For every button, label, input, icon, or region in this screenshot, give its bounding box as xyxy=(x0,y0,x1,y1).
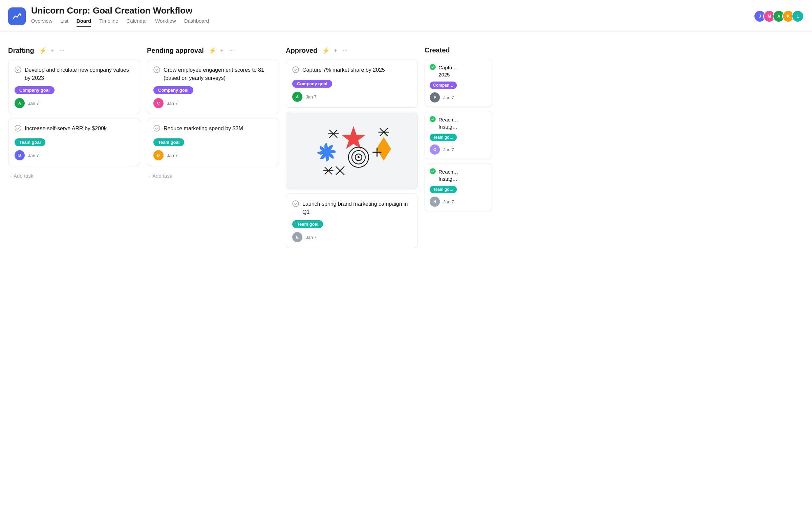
card-deco xyxy=(286,112,418,189)
svg-point-23 xyxy=(430,64,435,70)
more-pending-button[interactable]: ··· xyxy=(228,46,235,55)
svg-point-4 xyxy=(293,67,299,73)
card-c10-text: Reach…Instag… xyxy=(439,168,458,182)
tag-c5[interactable]: Company goal xyxy=(292,80,332,88)
more-drafting-button[interactable]: ··· xyxy=(58,46,66,55)
card-c5: Capture 7% market share by 2025 Company … xyxy=(286,60,418,108)
check-icon-c5 xyxy=(292,66,299,76)
add-task-drafting[interactable]: + Add task xyxy=(8,170,140,181)
tag-c10[interactable]: Team go… xyxy=(430,186,457,193)
svg-point-24 xyxy=(430,116,435,122)
tab-overview[interactable]: Overview xyxy=(31,18,52,27)
date-c10: Jan 7 xyxy=(443,199,454,204)
card-c2: Increase self-serve ARR by $200k Team go… xyxy=(8,118,140,166)
column-approved: Approved ⚡ + ··· Capture 7% market share… xyxy=(286,46,418,252)
card-c7-footer: E Jan 7 xyxy=(292,232,411,242)
card-c1: Develop and circulate new company values… xyxy=(8,60,140,114)
tab-timeline[interactable]: Timeline xyxy=(99,18,118,27)
tag-c1[interactable]: Company goal xyxy=(15,86,55,94)
svg-point-2 xyxy=(154,67,160,73)
svg-point-8 xyxy=(358,156,360,158)
date-c5: Jan 7 xyxy=(306,94,317,99)
date-c9: Jan 7 xyxy=(443,147,454,152)
date-c8: Jan 7 xyxy=(443,95,454,100)
check-icon-c7 xyxy=(292,200,299,210)
date-c3: Jan 7 xyxy=(167,101,178,106)
tag-c8[interactable]: Compan… xyxy=(430,82,457,89)
column-approved-header: Approved ⚡ + ··· xyxy=(286,46,418,55)
card-c9-footer: G Jan 7 xyxy=(430,144,487,155)
column-pending: Pending approval ⚡ + ··· Grow employee e… xyxy=(147,46,279,252)
tab-board[interactable]: Board xyxy=(77,18,91,27)
card-c10-title: Reach…Instag… xyxy=(430,168,487,182)
date-c4: Jan 7 xyxy=(167,153,178,158)
avatar-c9: G xyxy=(430,144,440,155)
add-pending-button[interactable]: + xyxy=(219,46,225,55)
column-created-header: Created xyxy=(425,46,492,54)
tag-c7[interactable]: Team goal xyxy=(292,220,323,228)
card-c7: Launch spring brand marketing campaign i… xyxy=(286,194,418,248)
svg-point-25 xyxy=(430,168,435,174)
add-approved-button[interactable]: + xyxy=(332,46,339,55)
tag-c2[interactable]: Team goal xyxy=(15,138,45,146)
card-c3-text: Grow employee engagement scores to 81 (b… xyxy=(164,66,273,82)
header: Unicorn Corp: Goal Creation Workflow Ove… xyxy=(0,0,812,27)
card-c8-footer: F Jan 7 xyxy=(430,92,487,103)
card-c4-text: Reduce marketing spend by $3M xyxy=(164,125,243,133)
add-task-pending[interactable]: + Add task xyxy=(147,170,279,181)
check-icon-c8 xyxy=(430,64,436,72)
avatar-c10: H xyxy=(430,197,440,207)
tab-calendar[interactable]: Calendar xyxy=(126,18,147,27)
check-icon-c10 xyxy=(430,168,436,176)
card-c2-title: Increase self-serve ARR by $200k xyxy=(15,125,134,134)
bolt-icon-drafting: ⚡ xyxy=(39,47,46,54)
date-c1: Jan 7 xyxy=(28,101,39,106)
tab-workflow[interactable]: Workflow xyxy=(155,18,176,27)
nav-tabs: Overview List Board Timeline Calendar Wo… xyxy=(31,18,748,27)
check-icon-c3 xyxy=(153,66,160,76)
svg-point-1 xyxy=(15,125,21,131)
tab-dashboard[interactable]: Dashboard xyxy=(184,18,209,27)
avatar-c7: E xyxy=(292,232,302,242)
more-approved-button[interactable]: ··· xyxy=(341,46,349,55)
card-c3-title: Grow employee engagement scores to 81 (b… xyxy=(153,66,273,82)
card-c7-title: Launch spring brand marketing campaign i… xyxy=(292,200,411,216)
column-created: Created Captu…2025 Compan… F Jan 7 xyxy=(425,46,492,252)
tab-list[interactable]: List xyxy=(61,18,68,27)
column-drafting-header: Drafting ⚡ + ··· xyxy=(8,46,140,55)
add-drafting-button[interactable]: + xyxy=(49,46,56,55)
card-c1-text: Develop and circulate new company values… xyxy=(25,66,134,82)
card-c9: Reach…Instag… Team go… G Jan 7 xyxy=(425,111,492,159)
card-c10-footer: H Jan 7 xyxy=(430,197,487,207)
avatar-c1: A xyxy=(15,98,25,108)
card-c8-title: Captu…2025 xyxy=(430,64,487,78)
page-title: Unicorn Corp: Goal Creation Workflow xyxy=(31,5,748,16)
date-c2: Jan 7 xyxy=(28,153,39,158)
tag-c9[interactable]: Team go… xyxy=(430,134,457,141)
card-c7-text: Launch spring brand marketing campaign i… xyxy=(302,200,411,216)
card-c1-footer: A Jan 7 xyxy=(15,98,134,108)
avatar-c2: B xyxy=(15,150,25,160)
card-c10: Reach…Instag… Team go… H Jan 7 xyxy=(425,163,492,211)
date-c7: Jan 7 xyxy=(306,235,317,240)
check-icon-c2 xyxy=(15,125,21,134)
avatar-c3: C xyxy=(153,98,164,108)
column-pending-header: Pending approval ⚡ + ··· xyxy=(147,46,279,55)
tag-c3[interactable]: Company goal xyxy=(153,86,193,94)
header-divider xyxy=(0,31,812,31)
svg-point-0 xyxy=(15,67,21,73)
check-icon-c4 xyxy=(153,125,160,134)
tag-c4[interactable]: Team goal xyxy=(153,138,184,146)
board: Drafting ⚡ + ··· Develop and circulate n… xyxy=(0,38,812,252)
bolt-icon-pending: ⚡ xyxy=(209,47,216,54)
card-c8: Captu…2025 Compan… F Jan 7 xyxy=(425,59,492,107)
card-c9-title: Reach…Instag… xyxy=(430,116,487,130)
check-icon-c1 xyxy=(15,66,21,76)
card-c4-title: Reduce marketing spend by $3M xyxy=(153,125,273,134)
column-created-title: Created xyxy=(425,46,450,54)
card-c4: Reduce marketing spend by $3M Team goal … xyxy=(147,118,279,166)
bolt-icon-approved: ⚡ xyxy=(322,47,329,54)
avatar-c4: D xyxy=(153,150,164,160)
svg-point-22 xyxy=(293,201,299,207)
avatar-c8: F xyxy=(430,92,440,103)
